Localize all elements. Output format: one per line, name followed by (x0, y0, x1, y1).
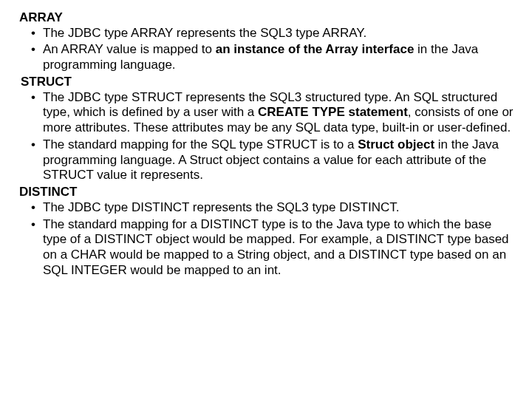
list-item: The standard mapping for the SQL type ST… (33, 137, 516, 183)
bullet-text: The standard mapping for the SQL type ST… (43, 137, 358, 151)
bullet-text: The JDBC type DISTINCT represents the SQ… (43, 200, 399, 214)
heading-array: ARRAY (19, 10, 516, 26)
distinct-bullets: The JDBC type DISTINCT represents the SQ… (15, 200, 516, 279)
bullet-bold: Struct object (358, 137, 434, 151)
list-item: The JDBC type STRUCT represents the SQL3… (33, 90, 516, 136)
list-item: An ARRAY value is mapped to an instance … (33, 42, 516, 72)
heading-struct: STRUCT (21, 75, 516, 90)
struct-bullets: The JDBC type STRUCT represents the SQL3… (15, 90, 516, 183)
list-item: The standard mapping for a DISTINCT type… (33, 217, 516, 279)
bullet-bold: CREATE TYPE statement (258, 105, 408, 119)
list-item: The JDBC type DISTINCT represents the SQ… (33, 200, 516, 216)
array-bullets: The JDBC type ARRAY represents the SQL3 … (15, 26, 516, 73)
bullet-bold: an instance of the Array interface (216, 42, 415, 56)
heading-distinct: DISTINCT (19, 185, 516, 200)
slide-body: ARRAY The JDBC type ARRAY represents the… (0, 0, 532, 290)
bullet-text: The JDBC type ARRAY represents the SQL3 … (43, 26, 366, 40)
bullet-text: An ARRAY value is mapped to (43, 42, 216, 56)
list-item: The JDBC type ARRAY represents the SQL3 … (33, 26, 516, 41)
bullet-text: The standard mapping for a DISTINCT type… (43, 217, 509, 277)
